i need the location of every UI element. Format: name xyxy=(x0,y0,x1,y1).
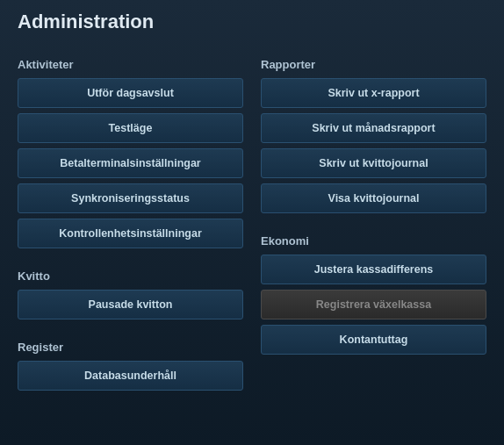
databasunderhall-button[interactable]: Databasunderhåll xyxy=(18,361,243,391)
utfor-dagsavslut-button[interactable]: Utför dagsavslut xyxy=(18,78,243,108)
visa-kvittojournal-button[interactable]: Visa kvittojournal xyxy=(261,183,486,213)
testlage-button[interactable]: Testläge xyxy=(18,113,243,143)
kontantuttag-button[interactable]: Kontantuttag xyxy=(261,325,486,355)
right-column: Rapporter Skriv ut x-rapport Skriv ut må… xyxy=(261,54,486,399)
kvitto-section: Kvitto Pausade kvitton xyxy=(18,266,243,325)
kvitto-label: Kvitto xyxy=(18,269,243,283)
pausade-kvitton-button[interactable]: Pausade kvitton xyxy=(18,290,243,319)
ekonomi-label: Ekonomi xyxy=(261,234,486,248)
skriv-ut-kvittojournal-button[interactable]: Skriv ut kvittojournal xyxy=(261,148,486,178)
justera-kassadifferens-button[interactable]: Justera kassadifferens xyxy=(261,255,486,284)
skriv-ut-manadsrapport-button[interactable]: Skriv ut månadsrapport xyxy=(261,113,486,143)
register-section: Register Databasunderhåll xyxy=(18,337,243,396)
rapporter-label: Rapporter xyxy=(261,58,486,71)
ekonomi-section: Ekonomi Justera kassadifferens Registrer… xyxy=(261,231,486,360)
aktiviteter-label: Aktiviteter xyxy=(18,58,243,71)
kontrollenhetinstallningar-button[interactable]: Kontrollenhetsinställningar xyxy=(18,219,243,248)
rapporter-section: Rapporter Skriv ut x-rapport Skriv ut må… xyxy=(261,54,486,219)
skriv-ut-x-rapport-button[interactable]: Skriv ut x-rapport xyxy=(261,78,486,108)
registrera-vaxelkassa-button: Registrera växelkassa xyxy=(261,290,486,319)
register-label: Register xyxy=(18,341,243,354)
synkroniseringsstatus-button[interactable]: Synkroniseringsstatus xyxy=(18,183,243,213)
left-column: Aktiviteter Utför dagsavslut Testläge Be… xyxy=(18,54,243,399)
aktiviteter-section: Aktiviteter Utför dagsavslut Testläge Be… xyxy=(18,54,243,254)
page-title: Administration xyxy=(18,11,486,39)
columns-wrapper: Aktiviteter Utför dagsavslut Testläge Be… xyxy=(18,54,486,399)
betalterminalinstallningar-button[interactable]: Betalterminalsinställningar xyxy=(18,148,243,178)
admin-panel: Administration Aktiviteter Utför dagsavs… xyxy=(0,0,504,417)
